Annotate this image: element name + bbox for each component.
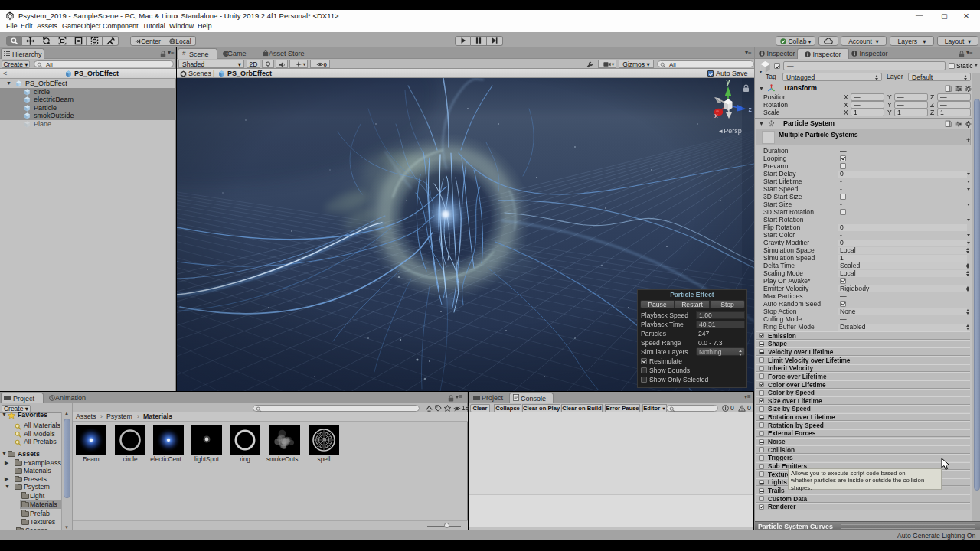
svg-text:◂ Persp: ◂ Persp bbox=[719, 127, 742, 135]
svg-text:y: y bbox=[727, 78, 730, 86]
svg-text:x: x bbox=[714, 112, 718, 119]
